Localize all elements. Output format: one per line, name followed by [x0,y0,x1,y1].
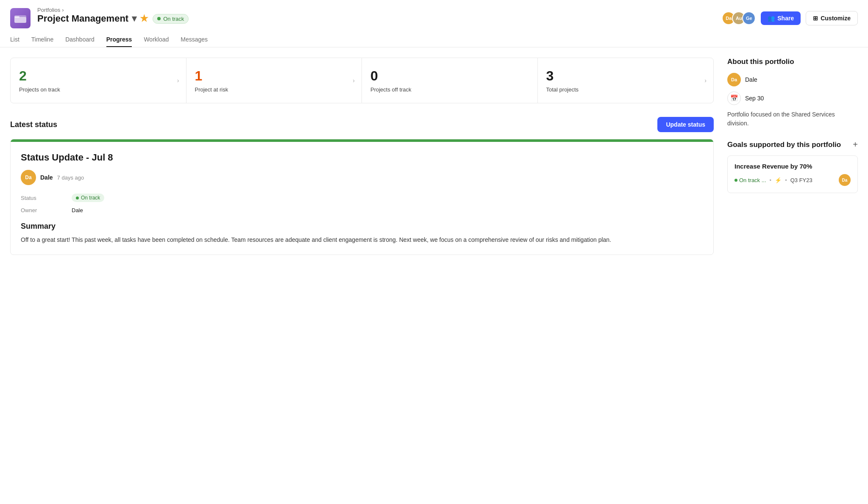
on-track-text: On track [81,195,100,201]
on-track-badge: On track [72,194,104,202]
portfolio-name: Project Management ▾ ★ [37,13,148,24]
title-row: Project Management ▾ ★ On track [37,13,189,24]
status-field-status: Status On track [21,194,703,202]
svg-rect-2 [14,16,19,18]
goals-header: Goals supported by this portfolio + [727,140,858,150]
about-section: About this portfolio Da Dale 📅 Sep 30 Po… [727,58,858,128]
goal-owner-avatar: Da [839,174,851,186]
stat-off-track: 0 Projects off track [362,58,538,103]
stat-total-number: 3 [546,68,705,84]
latest-status-title: Latest status [10,120,57,129]
field-label-status: Status [21,195,72,201]
status-dot [157,17,161,20]
dropdown-icon[interactable]: ▾ [132,13,136,24]
stat-at-risk-label: Project at risk [195,86,353,93]
tab-dashboard[interactable]: Dashboard [65,33,95,47]
goal-status: On track ... [734,177,766,183]
share-label: Share [777,15,794,22]
about-owner-name: Dale [745,76,757,83]
tab-timeline[interactable]: Timeline [31,33,53,47]
share-button[interactable]: 👥 Share [761,11,801,25]
author-time: 7 days ago [57,174,84,181]
left-panel: 2 Projects on track › 1 Project at risk … [10,58,714,255]
goals-section: Goals supported by this portfolio + Incr… [727,140,858,193]
stat-off-track-number: 0 [370,68,529,84]
tab-workload[interactable]: Workload [144,33,169,47]
star-icon[interactable]: ★ [140,13,148,24]
field-value-owner: Dale [72,207,83,213]
stat-on-track-number: 2 [19,68,178,84]
status-label: On track [163,16,184,22]
status-card-body: Status Update - Jul 8 Da Dale 7 days ago… [11,142,713,255]
goal-period: Q3 FY23 [790,177,812,183]
about-due-date: Sep 30 [745,95,764,102]
tab-list[interactable]: List [10,33,19,47]
on-track-dot [76,197,79,199]
status-field-owner: Owner Dale [21,207,703,213]
breadcrumb: Portfolios › [37,7,189,13]
goal-card: Increase Revenue by 70% On track ... • ⚡… [727,155,858,193]
goal-sep2: • [785,177,787,183]
about-date-item: 📅 Sep 30 [727,91,858,105]
about-owner-avatar: Da [727,73,741,86]
goal-status-text: On track ... [739,177,766,183]
customize-icon: ⊞ [813,15,818,22]
header: Portfolios › Project Management ▾ ★ On t… [0,0,868,47]
summary-title: Summary [21,222,703,231]
add-goal-button[interactable]: + [853,140,858,150]
field-label-owner: Owner [21,207,72,213]
tab-progress[interactable]: Progress [106,33,132,47]
breadcrumb-label[interactable]: Portfolios [37,7,60,13]
portfolio-folder-icon [10,8,31,28]
author-name: Dale [40,174,53,181]
status-badge: On track [153,14,189,24]
status-update-title: Status Update - Jul 8 [21,152,703,163]
stat-at-risk: 1 Project at risk › [186,58,362,103]
goal-name: Increase Revenue by 70% [734,163,851,170]
goal-lightning-icon: ⚡ [775,177,782,183]
goal-meta: On track ... • ⚡ • Q3 FY23 Da [734,174,851,186]
tab-messages[interactable]: Messages [181,33,208,47]
update-status-button[interactable]: Update status [657,117,714,132]
goal-status-dot [734,179,737,182]
svg-rect-1 [14,17,26,23]
header-actions: Da Au Ge 👥 Share ⊞ Customize [722,11,858,25]
author-avatar: Da [21,170,36,185]
about-owner-item: Da Dale [727,73,858,86]
avatar-ge[interactable]: Ge [742,11,756,25]
goals-title: Goals supported by this portfolio [727,141,841,149]
status-fields: Status On track Owner Dale [21,194,703,213]
right-panel: About this portfolio Da Dale 📅 Sep 30 Po… [714,58,858,255]
status-author-row: Da Dale 7 days ago [21,170,703,185]
goal-sep: • [770,177,772,183]
status-card: Status Update - Jul 8 Da Dale 7 days ago… [10,139,714,255]
nav-tabs: List Timeline Dashboard Progress Workloa… [10,33,858,47]
stat-on-track-arrow[interactable]: › [177,77,179,84]
stat-off-track-label: Projects off track [370,86,529,93]
stat-at-risk-arrow[interactable]: › [353,77,355,84]
latest-status-header: Latest status Update status [10,117,714,132]
title-info: Portfolios › Project Management ▾ ★ On t… [37,7,189,29]
stat-at-risk-number: 1 [195,68,353,84]
stat-total-label: Total projects [546,86,705,93]
avatar-group: Da Au Ge [722,11,756,25]
main-content: 2 Projects on track › 1 Project at risk … [0,47,868,265]
portfolio-name-text: Project Management [37,13,128,24]
stat-total-arrow[interactable]: › [704,77,707,84]
customize-button[interactable]: ⊞ Customize [806,11,858,25]
breadcrumb-sep: › [62,7,64,13]
stats-row: 2 Projects on track › 1 Project at risk … [10,58,714,103]
about-title: About this portfolio [727,58,858,66]
stat-on-track-label: Projects on track [19,86,178,93]
share-icon: 👥 [768,15,775,22]
stat-total: 3 Total projects › [538,58,714,103]
customize-label: Customize [821,15,851,22]
header-top-row: Portfolios › Project Management ▾ ★ On t… [10,7,858,29]
calendar-icon: 📅 [727,91,741,105]
about-description: Portfolio focused on the Shared Services… [727,110,858,128]
summary-text: Off to a great start! This past week, al… [21,235,703,244]
stat-on-track: 2 Projects on track › [11,58,186,103]
